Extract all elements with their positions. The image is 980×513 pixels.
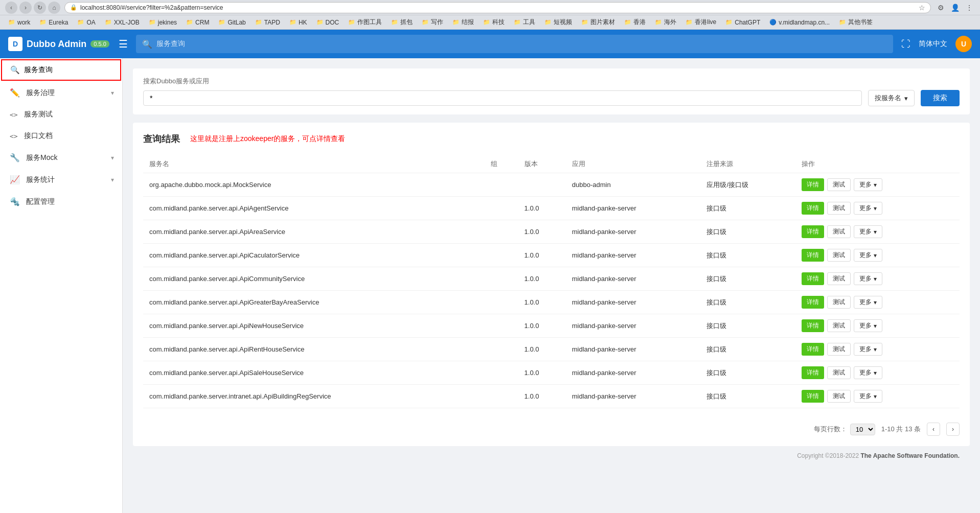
prev-page-button[interactable]: ‹ (927, 423, 940, 436)
next-page-button[interactable]: › (946, 423, 960, 436)
bookmark-oa[interactable]: 📁 OA (73, 18, 99, 27)
test-button[interactable]: 测试 (827, 178, 851, 191)
bookmark-doc[interactable]: 📁 DOC (312, 18, 344, 27)
more-button[interactable]: 更多 ▾ (854, 178, 882, 191)
bookmark-writing[interactable]: 📁 写作 (418, 17, 447, 28)
test-button[interactable]: 测试 (827, 366, 851, 379)
search-input-wrapper[interactable] (143, 90, 862, 106)
midland-icon: 🔵 (769, 19, 777, 26)
test-button[interactable]: 测试 (827, 319, 851, 332)
more-button[interactable]: 更多 ▾ (854, 343, 882, 356)
sidebar-item-service-test[interactable]: <> 服务测试 (0, 104, 122, 125)
forward-button[interactable]: › (19, 2, 32, 14)
more-button[interactable]: 更多 ▾ (854, 366, 882, 379)
page-size-select[interactable]: 10 20 50 (850, 424, 875, 435)
bookmark-eureka[interactable]: 📁 Eureka (35, 18, 72, 27)
detail-button[interactable]: 详情 (802, 296, 824, 309)
url-bar[interactable]: 🔒 localhost:8080/#/service?filter=%2a&pa… (64, 2, 931, 13)
more-button[interactable]: 更多 ▾ (854, 249, 882, 262)
more-button[interactable]: 更多 ▾ (854, 390, 882, 403)
browser-nav: ‹ › ↻ ⌂ (5, 2, 60, 14)
sidebar-item-api-doc[interactable]: <> 接口文档 (0, 125, 122, 147)
detail-button[interactable]: 详情 (802, 178, 824, 191)
user-avatar[interactable]: U (955, 36, 972, 52)
more-button[interactable]: 更多 ▾ (854, 202, 882, 215)
cell-service-name: com.midland.panke.server.api.ApiAreaServ… (143, 220, 485, 244)
chevron-down-icon: ▾ (874, 322, 877, 330)
profile-icon[interactable]: 👤 (949, 2, 961, 13)
test-button[interactable]: 测试 (827, 343, 851, 356)
sidebar-item-service-mock[interactable]: 🔧 服务Mock ▾ (0, 147, 122, 169)
cell-version: 1.0.0 (518, 244, 566, 267)
more-button[interactable]: 更多 ▾ (854, 319, 882, 332)
chevron-down-icon: ▾ (904, 95, 908, 102)
sidebar-item-service-search[interactable]: 🔍 (1, 59, 121, 81)
folder-icon: 📁 (39, 19, 47, 26)
detail-button[interactable]: 详情 (802, 343, 824, 356)
more-button[interactable]: 更多 ▾ (854, 272, 882, 285)
refresh-button[interactable]: ↻ (34, 2, 46, 14)
detail-button[interactable]: 详情 (802, 225, 824, 238)
more-button[interactable]: 更多 ▾ (854, 225, 882, 238)
cell-service-name: com.midland.panke.server.api.ApiCaculato… (143, 244, 485, 267)
sidebar-search-input[interactable] (24, 66, 113, 74)
test-button[interactable]: 测试 (827, 225, 851, 238)
detail-button[interactable]: 详情 (802, 366, 824, 379)
detail-button[interactable]: 详情 (802, 319, 824, 332)
bookmark-images[interactable]: 📁 图片素材 (577, 17, 619, 28)
bookmark-capture[interactable]: 📁 抓包 (387, 17, 417, 28)
bookmark-reports[interactable]: 📁 结报 (448, 17, 478, 28)
bookmark-gitlab[interactable]: 📁 GitLab (214, 18, 249, 27)
test-button[interactable]: 测试 (827, 390, 851, 403)
bookmark-drawing[interactable]: 📁 作图工具 (344, 17, 386, 28)
bookmark-others[interactable]: 📁 其他书签 (835, 17, 877, 28)
header-search-bar[interactable]: 🔍 服务查询 (136, 35, 893, 53)
browser-action-buttons: ⚙ 👤 ⋮ (935, 2, 975, 13)
bookmark-work[interactable]: 📁 work (4, 18, 34, 27)
logo-icon: D (8, 37, 22, 51)
hamburger-menu-button[interactable]: ☰ (119, 38, 128, 50)
bookmark-tech[interactable]: 📁 科技 (479, 17, 509, 28)
cell-version: 1.0.0 (518, 197, 566, 220)
cell-service-name: com.midland.panke.server.api.ApiNewHouse… (143, 314, 485, 338)
extensions-icon[interactable]: ⚙ (935, 2, 946, 13)
sidebar-item-config-mgmt[interactable]: 🔩 配置管理 (0, 191, 122, 213)
detail-button[interactable]: 详情 (802, 390, 824, 403)
test-button[interactable]: 测试 (827, 296, 851, 309)
test-button[interactable]: 测试 (827, 272, 851, 285)
star-icon[interactable]: ☆ (919, 4, 925, 12)
home-button[interactable]: ⌂ (48, 2, 60, 14)
bookmark-hk2[interactable]: 📁 香港 (620, 17, 650, 28)
bookmark-tools[interactable]: 📁 工具 (510, 17, 539, 28)
detail-button[interactable]: 详情 (802, 249, 824, 262)
bookmark-jekines[interactable]: 📁 jekines (145, 18, 181, 27)
test-button[interactable]: 测试 (827, 202, 851, 215)
menu-dots-icon[interactable]: ⋮ (964, 2, 975, 13)
table-row: org.apache.dubbo.mock.api.MockService du… (143, 173, 960, 197)
bookmark-hk[interactable]: 📁 HK (285, 18, 311, 27)
filter-dropdown-button[interactable]: 按服务名 ▾ (868, 90, 915, 106)
bookmark-tapd[interactable]: 📁 TAPD (251, 18, 284, 27)
col-group: 组 (485, 155, 518, 173)
search-input[interactable] (150, 94, 855, 102)
bookmark-xxljob[interactable]: 📁 XXL-JOB (101, 18, 144, 27)
folder-icon: 📁 (624, 19, 631, 26)
bookmark-overseas[interactable]: 📁 海外 (651, 17, 680, 28)
detail-button[interactable]: 详情 (802, 202, 824, 215)
bookmark-label: jekines (158, 19, 177, 26)
back-button[interactable]: ‹ (5, 2, 17, 14)
chevron-down-icon: ▾ (111, 176, 114, 183)
detail-button[interactable]: 详情 (802, 272, 824, 285)
sidebar-item-service-stat[interactable]: 📈 服务统计 ▾ (0, 169, 122, 191)
search-button[interactable]: 搜索 (921, 90, 960, 106)
test-button[interactable]: 测试 (827, 249, 851, 262)
bookmark-short-video[interactable]: 📁 短视频 (540, 17, 576, 28)
more-button[interactable]: 更多 ▾ (854, 296, 882, 309)
fullscreen-button[interactable]: ⛶ (901, 39, 910, 50)
sidebar-item-service-mgmt[interactable]: ✏️ 服务治理 ▾ (0, 82, 122, 104)
bookmark-hklive[interactable]: 📁 香港live (681, 17, 720, 28)
bookmark-crm[interactable]: 📁 CRM (182, 18, 213, 27)
bookmark-midland[interactable]: 🔵 v.midlandmap.cn... (765, 18, 834, 27)
bookmark-chatgpt[interactable]: 📁 ChatGPT (721, 18, 764, 27)
language-selector[interactable]: 简体中文 (919, 39, 947, 49)
